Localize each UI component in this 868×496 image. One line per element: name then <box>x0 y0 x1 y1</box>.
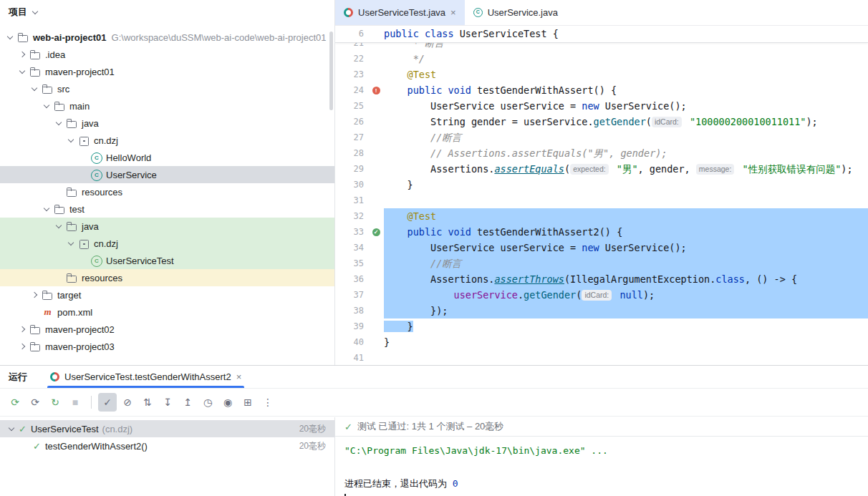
project-tree-scrollbar[interactable] <box>329 31 333 110</box>
line-number: 41 <box>335 350 368 365</box>
rerun-failed-tests-icon[interactable]: ⟳ <box>26 393 44 412</box>
code-line-29[interactable]: 29 Assertions.assertEquals(expected: "男"… <box>335 161 868 177</box>
stop-icon[interactable]: ■ <box>66 393 85 412</box>
project-tree-item-userservicetest[interactable]: UserServiceTest <box>0 252 334 269</box>
test-result-userservicetest[interactable]: UserServiceTest(cn.dzj)20毫秒 <box>0 420 334 437</box>
code-line-27[interactable]: 27 //断言 <box>335 130 868 145</box>
chevron-right-icon[interactable] <box>16 344 28 349</box>
project-tree-item-java[interactable]: java <box>0 218 334 235</box>
chevron-down-icon[interactable] <box>53 225 64 228</box>
code-line-25[interactable]: 25 UserService userService = new UserSer… <box>335 98 868 114</box>
code-line-35[interactable]: 35 //断言 <box>335 256 868 271</box>
chevron-down-icon[interactable] <box>53 122 64 125</box>
code-line-32[interactable]: 32 @Test <box>335 208 868 224</box>
editor-tab-userservicetest-java[interactable]: UserServiceTest.java <box>335 0 465 25</box>
sticky-header-line[interactable]: 6public class UserServiceTest { <box>335 26 868 43</box>
code-line-33[interactable]: 33 public void testGenderWithAssert2() { <box>335 224 868 240</box>
run-test-passed-gutter-icon[interactable] <box>368 224 384 240</box>
project-tree-item-web-ai-project01[interactable]: web-ai-project01G:\workspace\duSSM\web-a… <box>0 29 334 46</box>
project-tree-item-java[interactable]: java <box>0 115 334 132</box>
code-line-31[interactable]: 31 <box>335 193 868 208</box>
screenshot-icon[interactable]: ◉ <box>218 393 237 412</box>
code-line-41[interactable]: 41 <box>335 350 868 365</box>
chevron-right-icon[interactable] <box>29 293 40 297</box>
chevron-right-icon[interactable] <box>16 327 28 331</box>
project-tree-item-cn-dzj[interactable]: cn.dzj <box>0 132 334 149</box>
project-tree-item-maven-project02[interactable]: maven-project02 <box>0 321 334 338</box>
run-panel-title[interactable]: 运行 <box>9 366 27 388</box>
close-icon[interactable] <box>236 372 242 381</box>
tree-item-path: G:\workspace\duSSM\web-ai-code\web-ai-pr… <box>112 32 327 43</box>
package-icon <box>78 238 90 250</box>
chevron-down-icon[interactable] <box>6 428 17 430</box>
show-ignored-icon[interactable]: ⊘ <box>118 393 137 412</box>
project-tree-item-main[interactable]: main <box>0 97 334 115</box>
code-line-22[interactable]: 22 */ <box>335 51 868 67</box>
project-tree-item-helloworld[interactable]: HelloWorld <box>0 149 334 166</box>
chevron-down-icon[interactable] <box>4 37 16 39</box>
test-duration: 20毫秒 <box>299 440 326 452</box>
collapse-all-icon[interactable]: ↥ <box>178 393 197 412</box>
code-line-40[interactable]: 40} <box>335 334 868 350</box>
code-line-38[interactable]: 38 }); <box>335 303 868 318</box>
code-text: //断言 <box>384 130 868 145</box>
code-editor[interactable]: 21 * 断言22 */23 @Test24 public void testG… <box>335 26 868 365</box>
project-tree-item-maven-project03[interactable]: maven-project03 <box>0 338 334 355</box>
chevron-down-icon[interactable] <box>65 140 77 142</box>
test-result-testgenderwithassert2[interactable]: testGenderWithAssert2()20毫秒 <box>0 437 334 454</box>
import-tests-icon[interactable]: ⊞ <box>238 393 257 412</box>
line-number: 28 <box>335 145 368 161</box>
console-command-line: "C:\Program Files\Java\jdk-17\bin\java.e… <box>344 445 868 456</box>
chevron-down-icon[interactable] <box>16 71 28 73</box>
code-line-36[interactable]: 36 Assertions.assertThrows(IllegalArgume… <box>335 271 868 287</box>
run-tab-test-config[interactable]: UserServiceTest.testGenderWithAssert2 <box>43 366 249 388</box>
more-icon[interactable]: ⋮ <box>259 393 277 412</box>
tree-item-label: cn.dzj <box>94 238 118 249</box>
class-icon <box>90 169 102 181</box>
chevron-down-icon[interactable] <box>41 105 52 107</box>
test-summary-text: 测试 已通过: 1共 1 个测试 – 20毫秒 <box>357 420 503 433</box>
code-line-23[interactable]: 23 @Test <box>335 67 868 82</box>
project-tree-item-resources[interactable]: resources <box>0 269 334 286</box>
code-line-37[interactable]: 37 userService.getGender(idCard: null); <box>335 287 868 303</box>
code-text: @Test <box>384 67 868 82</box>
project-tree-item-pom-xml[interactable]: pom.xml <box>0 303 334 321</box>
project-tree-item-maven-project01[interactable]: maven-project01 <box>0 63 334 80</box>
project-tree-item-resources[interactable]: resources <box>0 183 334 200</box>
line-number: 38 <box>335 303 368 318</box>
editor-tab-userservice-java[interactable]: UserService.java <box>465 0 566 25</box>
code-line-34[interactable]: 34 UserService userService = new UserSer… <box>335 240 868 256</box>
run-test-failed-gutter-icon[interactable] <box>368 82 384 98</box>
console-output[interactable]: "C:\Program Files\Java\jdk-17\bin\java.e… <box>335 437 868 496</box>
show-passed-icon[interactable]: ✓ <box>98 393 117 412</box>
project-tree-item-src[interactable]: src <box>0 80 334 97</box>
chevron-down-icon[interactable] <box>65 243 77 245</box>
code-line-30[interactable]: 30 } <box>335 177 868 193</box>
code-text: Assertions.assertEquals(expected: "男", g… <box>384 161 868 177</box>
expand-all-icon[interactable]: ↧ <box>158 393 177 412</box>
chevron-right-icon[interactable] <box>16 52 28 57</box>
code-line-39[interactable]: 39 } <box>335 318 868 334</box>
test-class-icon <box>344 8 353 17</box>
code-line-24[interactable]: 24 public void testGenderWithAssert() { <box>335 82 868 98</box>
project-panel-title[interactable]: 项目 <box>9 6 27 19</box>
project-tree-item-target[interactable]: target <box>0 286 334 303</box>
test-history-icon[interactable]: ◷ <box>198 393 217 412</box>
package-icon <box>78 135 90 147</box>
run-panel-header: 运行 UserServiceTest.testGenderWithAssert2 <box>0 366 868 389</box>
sort-alphabetically-icon[interactable]: ⇅ <box>138 393 157 412</box>
code-line-28[interactable]: 28 // Assertions.assertEquals("男", gende… <box>335 145 868 161</box>
project-tree-item-userservice[interactable]: UserService <box>0 166 334 183</box>
rerun-tests-icon[interactable]: ⟳ <box>6 393 24 412</box>
project-tree-item-test[interactable]: test <box>0 200 334 218</box>
chevron-down-icon[interactable] <box>29 88 40 90</box>
close-icon[interactable] <box>450 8 456 17</box>
toggle-auto-test-icon[interactable]: ↻ <box>46 393 64 412</box>
project-tree-item-cn-dzj[interactable]: cn.dzj <box>0 235 334 252</box>
sticky-code-line[interactable]: 6public class UserServiceTest { <box>335 26 868 42</box>
code-line-26[interactable]: 26 String gender = userService.getGender… <box>335 114 868 130</box>
project-tree-item-idea[interactable]: .idea <box>0 46 334 63</box>
chevron-down-icon[interactable] <box>32 8 38 14</box>
chevron-down-icon[interactable] <box>41 208 52 210</box>
tree-item-label: cn.dzj <box>94 135 118 146</box>
